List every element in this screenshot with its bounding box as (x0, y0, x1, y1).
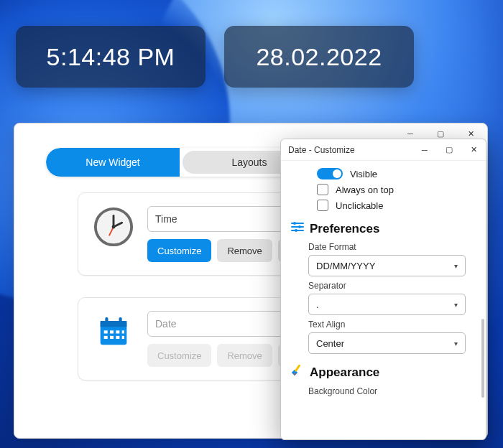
always-on-top-label: Always on top (336, 185, 394, 195)
date-format-value: DD/MM/YYYY (316, 261, 375, 271)
svg-rect-13 (104, 336, 108, 339)
tab-new-widget[interactable]: New Widget (46, 148, 180, 177)
desktop-date-widget[interactable]: 28.02.2022 (224, 26, 414, 88)
svg-rect-14 (110, 336, 114, 339)
customize-button[interactable]: Customize (147, 239, 211, 262)
dialog-titlebar: Date - Customize ─ ▢ ✕ (281, 139, 486, 161)
date-customize-dialog: Date - Customize ─ ▢ ✕ Visible Always on… (280, 139, 486, 440)
dialog-title: Date - Customize (288, 145, 355, 155)
svg-point-21 (298, 225, 301, 228)
remove-button[interactable]: Remove (217, 239, 272, 262)
customize-button[interactable]: Customize (147, 344, 211, 367)
svg-point-20 (293, 222, 296, 225)
always-on-top-checkbox[interactable] (317, 184, 328, 195)
visible-toggle[interactable] (317, 168, 343, 179)
background-color-label: Background Color (308, 386, 476, 396)
text-align-value: Center (316, 338, 344, 349)
unclickable-label: Unclickable (336, 200, 383, 211)
dialog-minimize-button[interactable]: ─ (412, 140, 437, 160)
dialog-close-button[interactable]: ✕ (461, 140, 486, 160)
svg-rect-8 (119, 317, 122, 323)
sliders-icon (291, 221, 304, 236)
date-format-label: Date Format (308, 242, 476, 252)
svg-rect-24 (295, 364, 301, 372)
svg-rect-7 (105, 317, 108, 323)
svg-rect-15 (116, 336, 119, 339)
text-align-label: Text Align (308, 319, 476, 330)
svg-rect-11 (116, 330, 119, 333)
text-align-select[interactable]: Center ▾ (308, 332, 466, 354)
desktop-time-widget[interactable]: 5:14:48 PM (16, 26, 206, 88)
svg-rect-6 (101, 321, 127, 327)
chevron-down-icon: ▾ (454, 301, 458, 309)
separator-value: . (316, 299, 319, 310)
svg-point-4 (112, 225, 116, 229)
visible-label: Visible (350, 169, 377, 179)
appearance-heading: Appearance (291, 364, 476, 381)
chevron-down-icon: ▾ (454, 340, 458, 347)
date-format-select[interactable]: DD/MM/YYYY ▾ (308, 255, 466, 276)
remove-button[interactable]: Remove (217, 344, 272, 367)
preferences-heading: Preferences (291, 221, 476, 236)
svg-rect-12 (122, 330, 124, 333)
clock-icon (93, 206, 134, 248)
svg-point-22 (295, 229, 297, 232)
time-value: 5:14:48 PM (47, 43, 175, 71)
calendar-icon (93, 311, 134, 353)
separator-label: Separator (308, 281, 476, 291)
date-value: 28.02.2022 (256, 43, 382, 71)
svg-rect-16 (122, 336, 124, 339)
dialog-maximize-button[interactable]: ▢ (437, 140, 461, 160)
unclickable-checkbox[interactable] (317, 200, 328, 211)
appearance-icon (291, 364, 304, 381)
svg-rect-10 (110, 330, 114, 333)
chevron-down-icon: ▾ (454, 262, 458, 270)
separator-select[interactable]: . ▾ (308, 294, 466, 315)
svg-rect-9 (104, 330, 108, 333)
dialog-scrollbar[interactable] (481, 319, 484, 398)
